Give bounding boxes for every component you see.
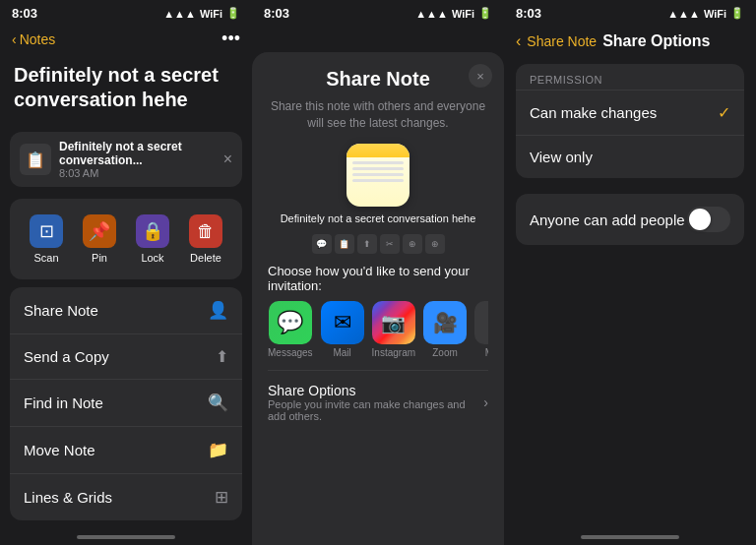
mail-icon: ✉ (321, 301, 364, 344)
share-modal: × Share Note Share this note with others… (252, 52, 504, 545)
share-options-text: Share Options People you invite can make… (268, 383, 483, 422)
back-share-note-label[interactable]: Share Note (527, 33, 597, 49)
note-icon-lines (346, 157, 410, 207)
battery-icon: 🔋 (226, 7, 240, 20)
context-menu: Share Note 👤 Send a Copy ⬆ Find in Note … (10, 287, 242, 520)
status-bar-2: 8:03 ▲▲▲ WiFi 🔋 (252, 0, 504, 25)
view-only-option[interactable]: View only (516, 135, 744, 178)
share-note-menu-item[interactable]: Share Note 👤 (10, 287, 242, 334)
instagram-icon: 📷 (372, 301, 415, 344)
app-icons-row: 💬 Messages ✉ Mail 📷 Instagram 🎥 Zoom •••… (268, 301, 488, 358)
time-3: 8:03 (516, 6, 541, 21)
notif-close-button[interactable]: × (223, 151, 232, 168)
notif-title: Definitely not a secret conversation... (59, 140, 216, 167)
add-people-row: Anyone can add people (516, 194, 744, 245)
notif-time: 8:03 AM (59, 167, 216, 179)
lines-grids-icon: ⊞ (215, 487, 228, 508)
more-label: More (485, 347, 488, 358)
more-button[interactable]: ••• (221, 29, 240, 49)
lock-button[interactable]: 🔒 Lock (126, 207, 179, 272)
lines-grids-menu-item[interactable]: Lines & Grids ⊞ (10, 474, 242, 520)
tiny-icon-4: ✂ (380, 234, 400, 254)
wifi-icon: WiFi (200, 8, 222, 20)
lock-label: Lock (141, 252, 163, 264)
note-line-3 (352, 173, 404, 176)
delete-button[interactable]: 🗑 Delete (179, 207, 232, 272)
share-options-chevron-icon: › (483, 394, 488, 410)
action-buttons-row: ⊡ Scan 📌 Pin 🔒 Lock 🗑 Delete (10, 199, 242, 279)
move-note-icon: 📁 (208, 440, 228, 460)
back-chevron-icon: ‹ (12, 31, 17, 47)
notification-banner: 📋 Definitely not a secret conversation..… (10, 132, 242, 187)
home-indicator-3 (581, 535, 679, 539)
more-icon: ••• (474, 301, 488, 344)
tiny-icon-3: ⬆ (357, 234, 377, 254)
pin-label: Pin (92, 252, 107, 264)
wifi-icon-3: WiFi (704, 8, 726, 20)
instagram-label: Instagram (372, 347, 415, 358)
zoom-app-icon[interactable]: 🎥 Zoom (423, 301, 467, 358)
tiny-icon-1: 💬 (312, 234, 332, 254)
back-label: Notes (20, 31, 56, 47)
note-preview: Definitely not a secret conversation heh… (268, 144, 488, 224)
note-title: Definitely not a secret conversation heh… (14, 63, 238, 112)
status-icons-3: ▲▲▲ WiFi 🔋 (667, 7, 744, 20)
tiny-icon-5: ⊕ (403, 234, 422, 254)
note-content: Definitely not a secret conversation heh… (0, 55, 252, 124)
mail-app-icon[interactable]: ✉ Mail (321, 301, 364, 358)
find-icon: 🔍 (208, 393, 228, 413)
messages-label: Messages (268, 347, 313, 358)
share-modal-description: Share this note with others and everyone… (268, 98, 488, 132)
time-2: 8:03 (264, 6, 289, 21)
more-app-icon[interactable]: ••• More (474, 301, 488, 358)
zoom-icon: 🎥 (423, 301, 467, 344)
scan-button[interactable]: ⊡ Scan (20, 207, 73, 272)
zoom-label: Zoom (432, 347, 458, 358)
back-button[interactable]: ‹ Notes (12, 31, 55, 47)
note-line-2 (352, 167, 404, 170)
pin-button[interactable]: 📌 Pin (73, 207, 126, 272)
battery-icon-2: 🔋 (478, 7, 492, 20)
status-icons-1: ▲▲▲ WiFi 🔋 (163, 7, 240, 20)
note-icon-top (346, 144, 410, 157)
move-note-menu-item[interactable]: Move Note 📁 (10, 427, 242, 474)
note-preview-title: Definitely not a secret conversation heh… (281, 212, 476, 224)
wifi-icon-2: WiFi (452, 8, 474, 20)
tiny-icon-2: 📋 (335, 234, 354, 254)
status-bar-3: 8:03 ▲▲▲ WiFi 🔋 (504, 0, 756, 25)
battery-icon-3: 🔋 (730, 7, 744, 20)
mail-label: Mail (333, 347, 350, 358)
send-copy-menu-item[interactable]: Send a Copy ⬆ (10, 334, 242, 380)
note-line-4 (352, 179, 404, 182)
can-make-changes-label: Can make changes (530, 104, 657, 121)
share-options-nav: ‹ Share Note Share Options (504, 25, 756, 56)
nav-bar-1: ‹ Notes ••• (0, 25, 252, 55)
panel-share-options: 8:03 ▲▲▲ WiFi 🔋 ‹ Share Note Share Optio… (504, 0, 756, 545)
send-copy-icon: ⬆ (216, 347, 228, 366)
add-people-section: Anyone can add people (516, 194, 744, 245)
notif-note-icon: 📋 (26, 151, 45, 169)
back-arrow-icon: ‹ (516, 32, 521, 50)
add-people-toggle[interactable] (687, 207, 730, 232)
scan-icon: ⊡ (30, 214, 63, 248)
can-make-changes-option[interactable]: Can make changes ✓ (516, 90, 744, 135)
delete-label: Delete (190, 252, 221, 264)
share-options-row[interactable]: Share Options People you invite can make… (268, 370, 488, 434)
toggle-knob (689, 209, 711, 230)
signal-icon-2: ▲▲▲ (415, 8, 448, 20)
find-in-note-menu-item[interactable]: Find in Note 🔍 (10, 380, 242, 427)
messages-app-icon[interactable]: 💬 Messages (268, 301, 313, 358)
find-in-note-label: Find in Note (24, 394, 103, 411)
can-make-changes-checkmark-icon: ✓ (718, 103, 730, 122)
modal-close-button[interactable]: × (469, 64, 492, 88)
instagram-app-icon[interactable]: 📷 Instagram (372, 301, 415, 358)
home-indicator-1 (77, 535, 175, 539)
share-options-title: Share Options (268, 383, 483, 398)
status-icons-2: ▲▲▲ WiFi 🔋 (415, 7, 492, 20)
notif-app-icon: 📋 (20, 144, 51, 175)
signal-icon: ▲▲▲ (163, 8, 196, 20)
view-only-label: View only (530, 149, 593, 165)
permission-section: PERMISSION Can make changes ✓ View only (516, 64, 744, 178)
note-preview-icon (346, 144, 410, 207)
lock-icon: 🔒 (136, 214, 169, 248)
